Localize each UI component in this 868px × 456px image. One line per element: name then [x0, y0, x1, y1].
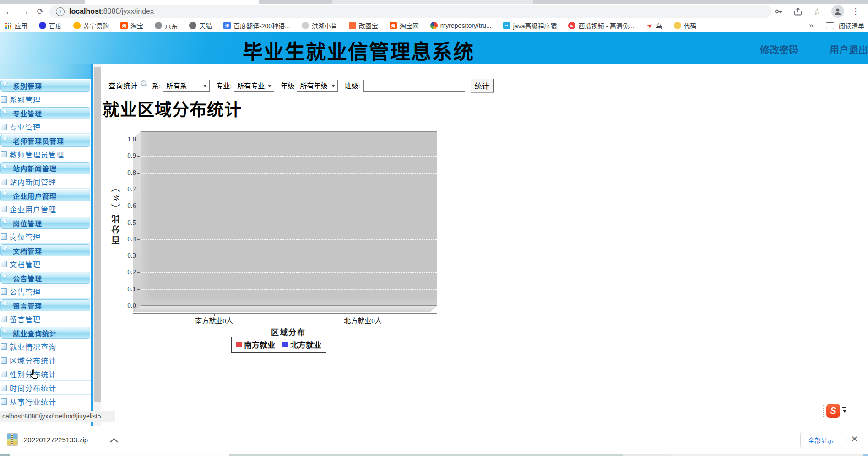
filter-title: 查询统计 — [108, 81, 138, 90]
sidebar-group-岗位管理[interactable]: ★岗位管理 — [0, 217, 90, 229]
sidebar-item-系别管理[interactable]: 系别管理 — [0, 92, 91, 106]
url-bar[interactable]: i localhost:8080/jyxx/index — [49, 5, 772, 18]
bookmark-item[interactable]: 洪湖小肖 — [302, 21, 337, 30]
bookmark-item[interactable]: 淘淘宝网 — [390, 21, 419, 30]
reload-icon[interactable]: ⟳ — [34, 5, 47, 18]
divider — [821, 22, 821, 30]
close-shelf-icon[interactable]: ✕ — [851, 434, 858, 444]
bookmark-item[interactable]: 淘淘宝 — [120, 21, 143, 30]
extension-logo-icon[interactable]: S — [826, 404, 840, 418]
sidebar-item-区域分布统计[interactable]: 区域分布统计 — [0, 353, 91, 367]
bullet-icon — [1, 124, 7, 130]
sidebar-group-专业管理[interactable]: ★专业管理 — [0, 107, 90, 119]
major-value: 所有专业 — [237, 81, 265, 90]
sidebar-header-gradient — [0, 64, 91, 79]
sidebar-group-label: 站内新闻管理 — [13, 163, 57, 173]
department-select[interactable]: 所有系 — [163, 80, 210, 92]
bookmark-sq-icon: 淘 — [120, 22, 128, 29]
browser-tab[interactable] — [85, 0, 259, 4]
menu-dots-icon[interactable]: ⋮ — [850, 5, 862, 17]
bookmark-star-icon[interactable]: ☆ — [811, 5, 823, 17]
bookmark-sq-icon — [349, 22, 356, 29]
stat-submit-button[interactable]: 统计 — [471, 79, 494, 92]
bookmark-item[interactable]: 苏宁易购 — [73, 21, 109, 30]
search-icon — [141, 80, 147, 87]
share-icon[interactable] — [792, 5, 804, 17]
site-info-icon[interactable]: i — [56, 7, 65, 16]
sidebar-item-label: 岗位管理 — [10, 231, 41, 242]
sidebar-item-站内新闻管理[interactable]: 站内新闻管理 — [0, 175, 91, 189]
bookmark-label: 洪湖小肖 — [312, 21, 337, 30]
bookmark-item[interactable]: 百度 — [39, 21, 62, 30]
major-select[interactable]: 所有专业 — [234, 80, 274, 92]
browser-tab[interactable] — [332, 0, 533, 4]
bookmark-label: 改图宝 — [359, 21, 378, 30]
grade-select[interactable]: 所有年级 — [297, 80, 338, 92]
sidebar-item-就业情况查询[interactable]: 就业情况查询 — [0, 340, 91, 353]
sidebar-item-公告管理[interactable]: 公告管理 — [0, 285, 91, 299]
download-filename[interactable]: 20220127225133.zip — [24, 426, 88, 453]
sidebar-item-label: 时间分布统计 — [10, 382, 56, 393]
extension-floater[interactable]: S — [823, 404, 846, 418]
back-icon[interactable]: ← — [3, 5, 16, 18]
sidebar-item-性别分布统计[interactable]: 性别分布统计 — [0, 367, 91, 381]
bookmark-item[interactable]: ••java高级程序猿 — [503, 21, 557, 30]
sidebar-group-留言管理[interactable]: ★留言管理 — [0, 299, 90, 311]
bookmark-item[interactable]: 应用 — [5, 21, 27, 30]
legend-label: 北方就业 — [290, 339, 321, 350]
bookmark-item[interactable]: 京东 — [155, 21, 178, 30]
sidebar-item-从事行业统计[interactable]: 从事行业统计 — [0, 395, 91, 408]
sidebar-group-label: 专业管理 — [13, 109, 42, 118]
bookmark-label: myrepository/tru... — [440, 22, 492, 29]
show-all-downloads-button[interactable]: 全部显示 — [800, 432, 841, 448]
reading-list-label[interactable]: 阅读清单 — [839, 21, 864, 30]
department-value: 所有系 — [166, 81, 187, 90]
sidebar-group-企业用户管理[interactable]: ★企业用户管理 — [0, 190, 90, 201]
class-input[interactable] — [363, 80, 465, 92]
bookmark-item[interactable]: 天猫 — [189, 21, 212, 30]
sidebar-group-老师管理员管理[interactable]: ★老师管理员管理 — [0, 135, 90, 147]
x-axis-line — [133, 313, 437, 314]
sidebar-group-label: 公告管理 — [13, 273, 42, 283]
bookmark-label: 百度翻译-200种语... — [233, 21, 290, 30]
bookmark-item[interactable]: 代码 — [674, 21, 697, 30]
star-icon: ★ — [0, 326, 9, 337]
gridline — [141, 156, 437, 157]
logout-link[interactable]: 用户退出 — [830, 42, 868, 56]
sidebar-item-文档管理[interactable]: 文档管理 — [0, 257, 91, 271]
sidebar-item-留言管理[interactable]: 留言管理 — [0, 312, 91, 326]
sidebar-item-企业用户管理[interactable]: 企业用户管理 — [0, 202, 91, 216]
bookmark-item[interactable]: myrepository/tru... — [430, 22, 492, 29]
chevron-down-icon — [268, 85, 271, 89]
change-password-link[interactable]: 修改密码 — [760, 42, 798, 56]
bookmark-item[interactable]: 译百度翻译-200种语... — [223, 21, 290, 30]
collapse-arrows-icon[interactable] — [842, 407, 846, 414]
y-tick-mark — [137, 173, 140, 174]
star-icon: ★ — [0, 106, 9, 117]
sidebar-item-岗位管理[interactable]: 岗位管理 — [0, 230, 91, 244]
sidebar-item-label: 系别管理 — [10, 94, 41, 105]
profile-avatar[interactable] — [831, 5, 844, 18]
sidebar-group-文档管理[interactable]: ★文档管理 — [0, 244, 90, 256]
bookmark-item[interactable]: 改图宝 — [349, 21, 378, 30]
gridline — [141, 256, 437, 256]
sidebar-item-教师管理员管理[interactable]: 教师管理员管理 — [0, 147, 91, 161]
download-caret-icon[interactable] — [110, 438, 118, 446]
password-key-icon[interactable] — [773, 5, 785, 17]
sidebar-group-公告管理[interactable]: ★公告管理 — [0, 272, 90, 284]
scrollbar-thumb[interactable] — [94, 67, 101, 402]
sidebar-item-时间分布统计[interactable]: 时间分布统计 — [0, 381, 91, 395]
sidebar-item-专业管理[interactable]: 专业管理 — [0, 120, 91, 134]
bookmark-item[interactable]: ▶西瓜视频 - 高清免... — [568, 21, 634, 30]
divider — [130, 430, 130, 450]
app-title: 毕业生就业信管理息系统 — [243, 36, 474, 65]
reading-list-icon[interactable] — [826, 22, 834, 29]
bookmark-item[interactable]: ➤鸟 — [646, 21, 662, 30]
forward-icon[interactable]: → — [18, 5, 31, 18]
sidebar-group-就业查询统计[interactable]: ★就业查询统计 — [0, 327, 90, 339]
sidebar-group-站内新闻管理[interactable]: ★站内新闻管理 — [0, 162, 90, 174]
sidebar-group-系别管理[interactable]: ★系别管理 — [0, 80, 90, 92]
bookmarks-overflow-chevron[interactable]: » — [807, 21, 816, 30]
bookmark-label: 天猫 — [199, 21, 212, 30]
sidebar-scrollbar[interactable] — [93, 64, 101, 426]
